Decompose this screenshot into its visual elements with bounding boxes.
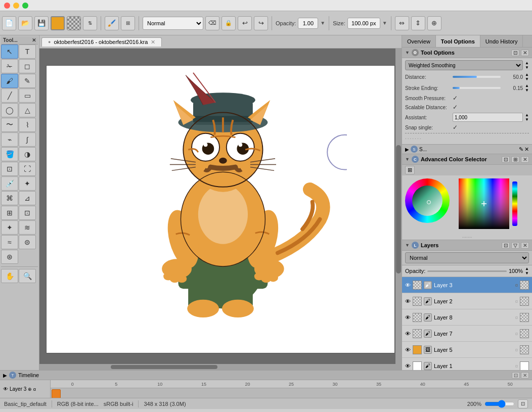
horizontal-scrollbar[interactable] (39, 364, 395, 370)
layer-3-eye[interactable]: 👁 (405, 282, 411, 288)
minimize-button[interactable] (13, 3, 19, 9)
tool-options-collapse[interactable]: ▼ (405, 50, 410, 55)
transform-tool[interactable]: ⊡ (1, 162, 18, 176)
tool-options-close[interactable]: ✕ (521, 50, 529, 56)
open-file-button[interactable]: 📂 (18, 16, 32, 30)
smart-selection-tool[interactable]: ⊛ (1, 250, 18, 264)
distance-spinner[interactable]: ▲▼ (525, 72, 529, 81)
layer-2-name[interactable]: Layer 2 (434, 298, 513, 304)
tab-overview[interactable]: Overview (402, 35, 436, 47)
blend-mode-select[interactable]: Normal (143, 17, 203, 30)
layer-7-name[interactable]: Layer 7 (434, 331, 513, 337)
canvas-viewport[interactable] (39, 49, 402, 370)
layer-8-name[interactable]: Layer 8 (434, 314, 513, 321)
vector-tool[interactable]: ◻ (19, 59, 36, 73)
layers-filter[interactable]: ▽ (511, 242, 519, 249)
color-spectrum-svg[interactable] (459, 178, 509, 229)
color-value-slider[interactable] (512, 181, 517, 226)
selection-free-tool[interactable]: ⊡ (19, 206, 36, 220)
opacity-spinners[interactable]: ▲▼ (525, 266, 529, 276)
selection-rect-tool[interactable]: ⊞ (1, 206, 18, 220)
path-tool[interactable]: ⌁ (1, 132, 18, 147)
mini-close[interactable]: ✕ (524, 146, 529, 153)
mirror-h-button[interactable]: ⇔ (395, 16, 409, 30)
timeline-eye[interactable]: 👁 (3, 386, 8, 392)
mini-edit[interactable]: ✎ (519, 146, 523, 153)
layer-1-name[interactable]: Layer 1 (434, 363, 513, 369)
zoom-slider[interactable] (484, 401, 515, 407)
layers-blend-select[interactable]: Normal (405, 252, 529, 263)
fill-tool[interactable]: 🪣 (1, 147, 18, 161)
layer-1-alpha[interactable]: α (515, 363, 518, 369)
tool-options-dock[interactable]: ⊡ (511, 50, 519, 56)
tab-undo-history[interactable]: Undo History (480, 35, 523, 47)
polygon-tool[interactable]: △ (19, 103, 36, 117)
wrap-button[interactable]: ⊕ (427, 16, 441, 30)
redo-button[interactable]: ↪ (254, 16, 268, 30)
distance-slider[interactable] (453, 76, 501, 78)
layer-3-alpha[interactable]: α (515, 283, 518, 288)
select-similar-tool[interactable]: ≈ (1, 235, 18, 249)
layer-8-alpha[interactable]: α (515, 315, 518, 320)
layers-opacity-slider[interactable] (427, 270, 507, 272)
scalable-distance-check[interactable]: ✓ (453, 104, 458, 111)
stroke-ending-slider[interactable] (453, 87, 501, 89)
eyedropper-tool[interactable]: 💉 (1, 176, 18, 191)
color-wheel-ring[interactable] (405, 178, 450, 223)
timeline-close[interactable]: ✕ (521, 372, 529, 379)
background-color-button[interactable] (67, 16, 81, 30)
close-button[interactable] (4, 3, 10, 9)
calligraphy-tool[interactable]: ∫ (19, 132, 36, 147)
measure-tool[interactable]: ⛶ (19, 162, 36, 176)
mini-collapse[interactable]: ▶ (405, 147, 409, 152)
rect-tool[interactable]: ▭ (19, 88, 36, 103)
canvas-tab-active[interactable]: ● oktoberfest2016 - oktoberfest2016.kra … (41, 37, 162, 47)
freehand-tool[interactable]: 〜 (1, 118, 18, 132)
color-spectrum-container[interactable] (459, 178, 509, 229)
foreground-color-button[interactable] (51, 16, 65, 30)
smart-patch-tool[interactable]: ✦ (19, 176, 36, 191)
timeline-collapse[interactable]: ▶ (3, 373, 7, 378)
tab-tool-options[interactable]: Tool Options (436, 35, 480, 47)
canvas-tab-close[interactable]: ✕ (151, 39, 155, 45)
text-tool[interactable]: T (19, 44, 36, 59)
brush-presets-button[interactable]: ⊞ (121, 16, 135, 30)
smoothing-select[interactable]: Weighted Smoothing (405, 60, 523, 70)
select-contiguous-tool[interactable]: ≋ (19, 220, 36, 235)
crop-tool[interactable]: ✁ (1, 59, 18, 73)
layers-close[interactable]: ✕ (521, 242, 529, 249)
adv-color-settings[interactable]: ⊞ (405, 166, 415, 174)
select-color-range-tool[interactable]: ⊜ (19, 235, 36, 249)
advanced-color-collapse[interactable]: ▼ (405, 157, 410, 162)
layer-5-eye[interactable]: 👁 (405, 347, 411, 353)
layer-8-eye[interactable]: 👁 (405, 314, 411, 321)
pan-tool[interactable]: ✋ (1, 269, 18, 283)
layer-2-eye[interactable]: 👁 (405, 298, 411, 304)
undo-button[interactable]: ↩ (238, 16, 252, 30)
paint-brush-tool[interactable]: 🖌 (1, 74, 18, 88)
tool-panel-close[interactable]: ✕ (32, 37, 36, 43)
canvas-options-button[interactable]: ⊡ (518, 399, 528, 408)
new-file-button[interactable]: 📄 (2, 16, 16, 30)
layer-2-alpha[interactable]: α (515, 299, 518, 304)
zoom-tool[interactable]: 🔍 (19, 269, 36, 283)
smooth-pressure-check[interactable]: ✓ (453, 95, 458, 102)
gradient-tool[interactable]: ◑ (19, 147, 36, 161)
opacity-input[interactable] (298, 18, 318, 29)
adv-color-dock[interactable]: ⊞ (511, 156, 519, 163)
bezier-tool[interactable]: ⌇ (19, 118, 36, 132)
assistant-input[interactable] (453, 113, 523, 122)
stroke-ending-spinner[interactable]: ▲▼ (525, 83, 529, 93)
size-input[interactable] (347, 18, 380, 29)
snap-single-check[interactable]: ✓ (453, 124, 458, 131)
alpha-lock-button[interactable]: 🔒 (221, 16, 236, 30)
deform-tool[interactable]: ⌘ (1, 191, 18, 205)
layer-3-name[interactable]: Layer 3 (434, 282, 513, 288)
adv-color-config[interactable]: ⊡ (502, 156, 510, 163)
selection-magic-tool[interactable]: ✦ (1, 220, 18, 235)
size-spinner[interactable]: ▼ (382, 20, 387, 26)
adv-color-close[interactable]: ✕ (521, 156, 529, 163)
layer-5-name[interactable]: Layer 5 (434, 347, 513, 353)
line-tool[interactable]: ╱ (1, 88, 18, 103)
horizontal-scrollbar-thumb[interactable] (111, 365, 217, 369)
